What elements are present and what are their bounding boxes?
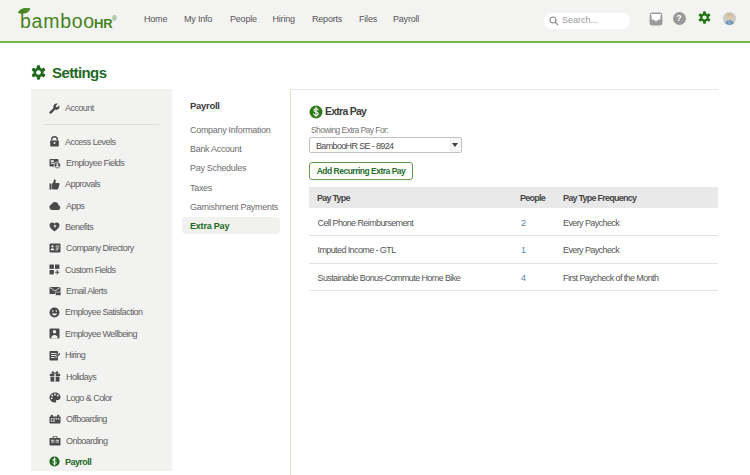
svg-text:bamboo: bamboo [20, 10, 95, 32]
svg-text:®: ® [112, 15, 117, 22]
svg-text:HR: HR [94, 16, 113, 31]
